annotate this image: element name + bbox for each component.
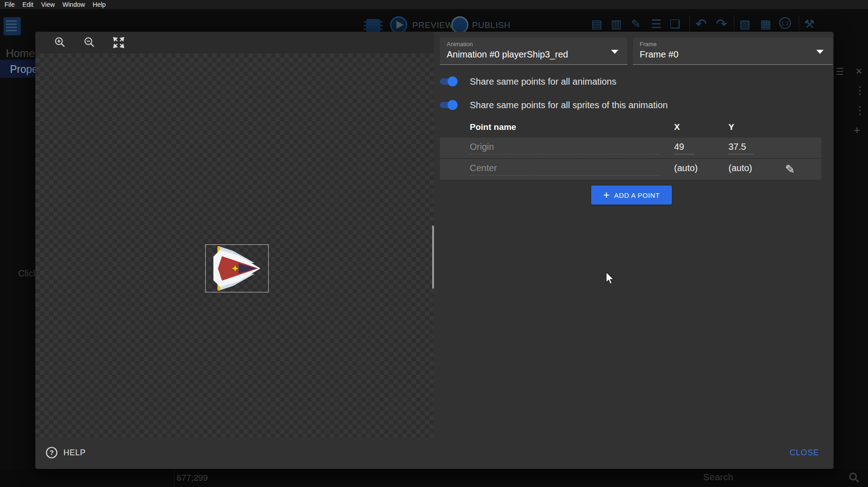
search-icon [848, 472, 860, 483]
points-panel: Animation Animation #0 playerShip3_red F… [434, 32, 834, 439]
publish-button: PUBLISH [472, 20, 511, 30]
zoom-out-button[interactable] [83, 36, 96, 49]
sprite-canvas[interactable] [35, 53, 434, 439]
status-bar: 677;299 Search [0, 469, 868, 487]
dialog-bottom-bar: ? HELP CLOSE [35, 439, 834, 469]
preview-button: PREVIEW [412, 20, 453, 30]
new-object-icon: ▤ [591, 17, 603, 31]
edit-points-dialog: Animation Animation #0 playerShip3_red F… [35, 32, 834, 469]
cursor-coordinates: 677;299 [177, 473, 208, 483]
frame-select[interactable]: Frame Frame #0 [633, 38, 833, 65]
points-table-header: Point name X Y [440, 122, 821, 138]
animation-select[interactable]: Animation Animation #0 playerShip3_red [440, 38, 627, 65]
add-panel-icon: + [854, 123, 860, 137]
chevron-down-icon [816, 50, 824, 54]
column-x: X [674, 122, 680, 132]
share-points-animations-label: Share same points for all animations [470, 76, 617, 87]
column-y: Y [728, 122, 734, 132]
help-label: HELP [63, 448, 86, 458]
table-row-center[interactable]: Center (auto) (auto) ✎ [440, 159, 821, 180]
tab-properties: Proper [0, 60, 35, 78]
add-object-icon: ▥ [611, 17, 622, 31]
toggle-knob [448, 100, 458, 110]
menu-file[interactable]: File [5, 1, 15, 8]
more-options-icon: ⋮ [854, 104, 865, 117]
animation-select-value: Animation #0 playerShip3_red [447, 49, 568, 60]
menu-view[interactable]: View [41, 1, 55, 8]
zoom-ratio-icon: 1:1 [779, 17, 791, 29]
toolbar-separator [690, 15, 690, 33]
menu-window[interactable]: Window [63, 1, 85, 8]
properties-hint-text: Click [18, 268, 38, 279]
toolbar-separator [734, 15, 734, 33]
share-points-animations-row: Share same points for all animations [440, 73, 617, 90]
grid-icon: ▦ [760, 17, 772, 31]
search-input: Search [703, 472, 733, 482]
preview-play-icon [390, 16, 407, 33]
edit-object-icon: ✎ [631, 17, 641, 31]
app-window: File Edit View Window Help Home Proper C… [0, 0, 868, 487]
redo-icon: ↷ [716, 17, 727, 31]
column-point-name: Point name [470, 122, 516, 132]
debug-icon [366, 19, 381, 33]
statusbar-divider [174, 469, 174, 487]
edit-point-pencil-icon[interactable]: ✎ [783, 162, 797, 176]
instances-list-icon: ☰ [651, 17, 661, 31]
plus-icon: + [603, 190, 610, 200]
undo-icon: ↶ [695, 17, 707, 31]
mask-icon: ▧ [739, 17, 751, 31]
canvas-toolbar [35, 32, 434, 53]
fit-to-screen-button[interactable] [112, 36, 125, 49]
menu-edit[interactable]: Edit [23, 1, 34, 8]
svg-text:?: ? [49, 449, 53, 456]
share-points-sprites-row: Share same points for all sprites of thi… [440, 97, 668, 113]
point-y-field: (auto) [728, 163, 754, 175]
toolbar-separator [799, 15, 799, 33]
share-points-animations-toggle[interactable] [440, 78, 456, 85]
share-points-sprites-toggle[interactable] [440, 102, 456, 108]
point-y-field[interactable]: 37.5 [728, 142, 754, 154]
point-x-field[interactable]: 49 [674, 142, 695, 154]
wrench-icon: ⚒ [804, 17, 815, 31]
more-options-icon: ⋮ [854, 84, 865, 97]
close-panel-icon: ✕ [855, 66, 863, 76]
tab-home: Home [6, 47, 35, 60]
filter-icon: ☰ [836, 66, 844, 77]
close-button[interactable]: CLOSE [790, 448, 819, 458]
frame-select-value: Frame #0 [640, 49, 679, 60]
share-points-sprites-label: Share same points for all sprites of thi… [470, 100, 668, 110]
add-a-point-button[interactable]: + ADD A POINT [591, 186, 672, 205]
zoom-in-button[interactable] [53, 36, 66, 49]
add-a-point-label: ADD A POINT [614, 191, 660, 199]
project-manager-icon [4, 17, 21, 35]
player-ship-sprite [206, 245, 268, 292]
animation-select-label: Animation [447, 41, 473, 48]
frame-select-label: Frame [640, 41, 657, 48]
sprite-selection-box[interactable] [205, 244, 269, 292]
help-button[interactable]: ? HELP [45, 446, 86, 459]
layers-icon: ❏ [670, 17, 680, 31]
table-row-origin[interactable]: Origin 49 37.5 [440, 138, 821, 158]
toggle-knob [448, 76, 458, 86]
chevron-down-icon [611, 50, 618, 54]
point-name-field: Origin [470, 142, 660, 154]
publish-globe-icon [451, 16, 468, 33]
menu-help[interactable]: Help [93, 1, 106, 8]
menu-bar: File Edit View Window Help [0, 0, 868, 9]
help-icon: ? [45, 446, 58, 459]
point-name-field: Center [470, 163, 660, 176]
point-x-field: (auto) [674, 163, 698, 175]
